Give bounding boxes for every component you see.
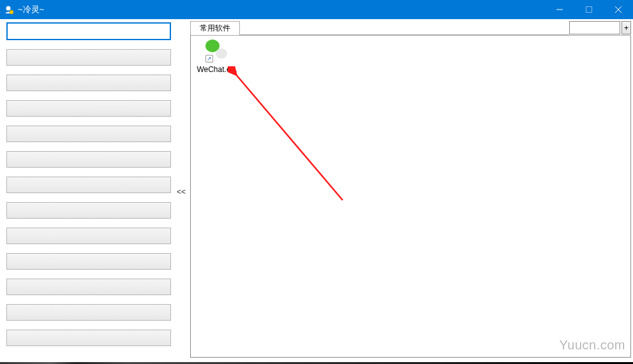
- collapse-label: <<: [177, 187, 186, 196]
- app-grid[interactable]: ↗ WeChat.e...: [190, 35, 631, 358]
- svg-rect-3: [586, 7, 592, 13]
- tab-spacer: [240, 21, 569, 35]
- titlebar: ~冷灵~: [0, 0, 633, 19]
- right-panel: 常用软件 + ↗ WeChat.e...: [188, 19, 633, 364]
- sidebar-item-1[interactable]: [6, 49, 171, 66]
- sidebar-item-8[interactable]: [6, 228, 171, 244]
- search-input[interactable]: [569, 21, 620, 34]
- sidebar-item-9[interactable]: [6, 253, 171, 270]
- sidebar-item-7[interactable]: [6, 202, 171, 219]
- wechat-icon: ↗: [205, 40, 228, 62]
- app-item-wechat[interactable]: ↗ WeChat.e...: [195, 40, 239, 74]
- sidebar-item-0[interactable]: [6, 22, 171, 40]
- close-button[interactable]: [604, 0, 633, 19]
- plus-icon: +: [624, 24, 629, 33]
- tab-common-software[interactable]: 常用软件: [190, 21, 240, 35]
- sidebar-item-12[interactable]: [6, 330, 171, 346]
- sidebar-item-11[interactable]: [6, 304, 171, 321]
- svg-point-1: [10, 10, 13, 14]
- app-label: WeChat.e...: [195, 65, 239, 74]
- content-area: << 常用软件 + ↗ WeChat.e..: [0, 19, 633, 364]
- svg-point-0: [6, 6, 11, 11]
- svg-line-6: [235, 74, 343, 200]
- add-button[interactable]: +: [622, 21, 631, 34]
- sidebar-item-2[interactable]: [6, 75, 171, 91]
- collapse-toggle[interactable]: <<: [174, 19, 188, 364]
- maximize-button[interactable]: [574, 0, 604, 19]
- tab-bar: 常用软件 +: [190, 21, 631, 35]
- minimize-button[interactable]: [545, 0, 574, 19]
- sidebar-item-5[interactable]: [6, 151, 171, 168]
- sidebar-item-3[interactable]: [6, 100, 171, 117]
- sidebar-item-4[interactable]: [6, 126, 171, 142]
- annotation-arrow: [228, 66, 355, 207]
- window-controls: [545, 0, 633, 19]
- shortcut-overlay-icon: ↗: [205, 55, 213, 62]
- window-title: ~冷灵~: [18, 4, 545, 15]
- tab-label: 常用软件: [200, 23, 230, 34]
- watermark: Yuucn.com: [560, 338, 625, 353]
- sidebar-item-6[interactable]: [6, 177, 171, 193]
- sidebar-item-10[interactable]: [6, 279, 171, 295]
- app-icon: [4, 4, 14, 15]
- sidebar: [0, 19, 174, 364]
